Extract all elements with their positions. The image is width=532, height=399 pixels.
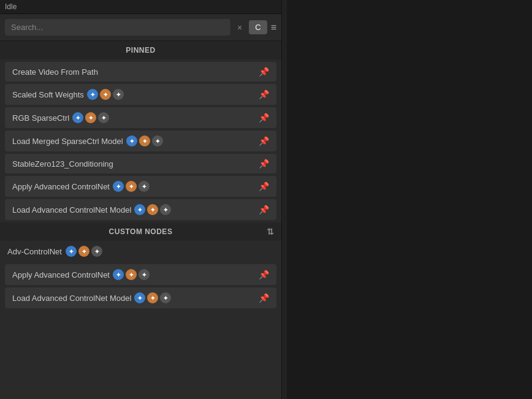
badge-orange: ✦ (100, 89, 111, 100)
node-item-cn-load-advanced-model[interactable]: Load Advanced ControlNet Model✦✦✦📌 (5, 287, 276, 308)
badge-orange: ✦ (126, 181, 137, 192)
node-label: Create Video From Path (12, 67, 98, 77)
custom-node-group-label: Adv-ControlNet (7, 247, 62, 256)
filter-icon[interactable]: ⇅ (267, 227, 275, 237)
custom-node-group-badges: ✦ ✦ ✦ (66, 246, 102, 257)
badge-orange: ✦ (126, 269, 137, 280)
node-label: RGB SparseCtrl✦✦✦ (12, 112, 109, 123)
badge-blue: ✦ (134, 204, 145, 215)
badge-group: ✦✦✦ (134, 204, 171, 215)
node-name: Scaled Soft Weights (12, 90, 84, 99)
badge-blue: ✦ (134, 292, 145, 303)
node-item-stablezero123[interactable]: StableZero123_Conditioning📌 (5, 154, 276, 173)
node-label: Load Merged SparseCtrl Model✦✦✦ (12, 135, 163, 146)
badge-gray: ✦ (98, 112, 109, 123)
badge-group: ✦✦✦ (126, 135, 163, 146)
node-label: Load Advanced ControlNet Model✦✦✦ (12, 204, 171, 215)
node-item-scaled-soft-weights[interactable]: Scaled Soft Weights✦✦✦📌 (5, 84, 276, 105)
pin-icon[interactable]: 📌 (259, 89, 269, 99)
badge-orange: ✦ (78, 246, 89, 257)
node-label: Apply Advanced ControlNet✦✦✦ (12, 269, 150, 280)
pin-icon[interactable]: 📌 (259, 293, 269, 303)
badge-blue: ✦ (113, 181, 124, 192)
node-name: Load Advanced ControlNet Model (12, 205, 131, 215)
custom-node-group[interactable]: Adv-ControlNet ✦ ✦ ✦ (0, 241, 281, 262)
node-name: StableZero123_Conditioning (12, 159, 113, 169)
title-bar: Idle (0, 0, 281, 14)
node-label: StableZero123_Conditioning (12, 159, 113, 169)
node-item-apply-advanced-controlnet[interactable]: Apply Advanced ControlNet✦✦✦📌 (5, 176, 276, 197)
hamburger-icon[interactable]: ≡ (271, 22, 276, 33)
clear-search-button[interactable]: × (234, 21, 245, 34)
badge-orange: ✦ (147, 204, 158, 215)
panel-content: PINNED Create Video From Path📌Scaled Sof… (0, 41, 281, 399)
node-item-create-video[interactable]: Create Video From Path📌 (5, 62, 276, 82)
pinned-label: PINNED (126, 46, 155, 55)
pin-icon[interactable]: 📌 (259, 113, 269, 123)
badge-group: ✦✦✦ (72, 112, 109, 123)
panel-divider[interactable] (282, 0, 287, 399)
node-name: Load Advanced ControlNet Model (12, 294, 131, 303)
pinned-section-header: PINNED (0, 41, 281, 59)
node-item-load-merged-sparsectrl[interactable]: Load Merged SparseCtrl Model✦✦✦📌 (5, 131, 276, 151)
badge-group: ✦✦✦ (113, 181, 150, 192)
badge-group: ✦✦✦ (113, 269, 150, 280)
node-name: Load Merged SparseCtrl Model (12, 137, 123, 146)
badge-orange: ✦ (139, 135, 150, 146)
pin-icon[interactable]: 📌 (259, 181, 269, 191)
badge-blue: ✦ (87, 89, 98, 100)
badge-gray: ✦ (91, 246, 102, 257)
badge-gray: ✦ (152, 135, 163, 146)
node-label: Apply Advanced ControlNet✦✦✦ (12, 181, 150, 192)
pin-icon[interactable]: 📌 (259, 205, 269, 215)
node-item-load-advanced-controlnet-model[interactable]: Load Advanced ControlNet Model✦✦✦📌 (5, 199, 276, 220)
c-button[interactable]: C (249, 20, 267, 34)
node-label: Load Advanced ControlNet Model✦✦✦ (12, 292, 171, 303)
badge-blue: ✦ (113, 269, 124, 280)
custom-nodes-section-header: CUSTOM NODES ⇅ (0, 222, 281, 241)
pinned-items-list: Create Video From Path📌Scaled Soft Weigh… (0, 62, 281, 220)
search-bar: × C ≡ (0, 14, 281, 41)
badge-orange: ✦ (85, 112, 96, 123)
node-name: Apply Advanced ControlNet (12, 270, 110, 279)
badge-gray: ✦ (113, 89, 124, 100)
custom-nodes-label: CUSTOM NODES (109, 227, 173, 236)
right-panel (287, 0, 532, 399)
badge-gray: ✦ (160, 292, 171, 303)
pin-icon[interactable]: 📌 (259, 159, 269, 169)
pin-icon[interactable]: 📌 (259, 136, 269, 146)
node-label: Scaled Soft Weights✦✦✦ (12, 89, 124, 100)
badge-gray: ✦ (139, 269, 150, 280)
node-name: Apply Advanced ControlNet (12, 182, 110, 191)
badge-orange: ✦ (147, 292, 158, 303)
node-name: Create Video From Path (12, 67, 98, 77)
pin-icon[interactable]: 📌 (259, 270, 269, 279)
badge-blue: ✦ (72, 112, 83, 123)
badge-blue: ✦ (66, 246, 77, 257)
badge-group: ✦✦✦ (134, 292, 171, 303)
badge-group: ✦✦✦ (87, 89, 124, 100)
node-item-cn-apply-advanced[interactable]: Apply Advanced ControlNet✦✦✦📌 (5, 264, 276, 285)
badge-gray: ✦ (160, 204, 171, 215)
pin-icon[interactable]: 📌 (259, 67, 269, 77)
node-item-rgb-sparsectrl[interactable]: RGB SparseCtrl✦✦✦📌 (5, 107, 276, 128)
node-name: RGB SparseCtrl (12, 113, 69, 123)
search-input[interactable] (5, 19, 230, 36)
badge-gray: ✦ (139, 181, 150, 192)
badge-blue: ✦ (126, 135, 137, 146)
custom-items-list: Apply Advanced ControlNet✦✦✦📌Load Advanc… (0, 264, 281, 308)
title-text: Idle (5, 2, 17, 11)
